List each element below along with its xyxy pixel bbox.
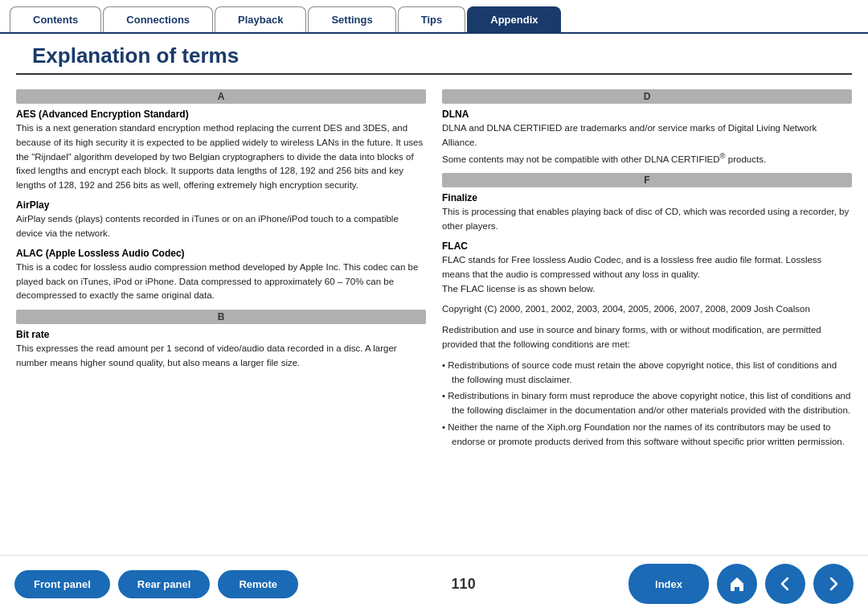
tab-contents[interactable]: Contents <box>10 6 101 32</box>
term-aes: AES (Advanced Encryption Standard) This … <box>16 109 426 193</box>
term-alac: ALAC (Apple Lossless Audio Codec) This i… <box>16 248 426 303</box>
flac-bullet-1: Redistributions of source code must reta… <box>442 359 852 388</box>
bottom-navigation: Front panel Rear panel Remote 110 Index <box>0 555 868 612</box>
forward-icon <box>825 576 841 592</box>
term-airplay: AirPlay AirPlay sends (plays) contents r… <box>16 199 426 241</box>
term-finalize-body: This is processing that enables playing … <box>442 205 852 234</box>
bottom-left-buttons: Front panel Rear panel Remote <box>14 570 298 598</box>
front-panel-button[interactable]: Front panel <box>14 570 110 598</box>
page-number: 110 <box>452 576 476 593</box>
section-header-a: A <box>16 89 426 104</box>
section-header-f: F <box>442 173 852 187</box>
term-dlna-title: DLNA <box>442 109 852 120</box>
tab-connections[interactable]: Connections <box>103 6 213 32</box>
term-flac-title: FLAC <box>442 240 852 252</box>
tab-playback[interactable]: Playback <box>215 6 306 32</box>
flac-bullet-2: Redistributions in binary form must repr… <box>442 389 852 418</box>
rear-panel-button[interactable]: Rear panel <box>118 570 210 598</box>
bottom-right-buttons: Index <box>628 564 854 604</box>
term-finalize-title: Finalize <box>442 192 852 203</box>
remote-button[interactable]: Remote <box>218 570 298 598</box>
index-button[interactable]: Index <box>628 564 709 604</box>
flac-bullets: Redistributions of source code must reta… <box>442 359 852 450</box>
term-flac: FLAC FLAC stands for Free lossless Audio… <box>442 240 852 296</box>
home-button[interactable] <box>717 564 757 604</box>
section-header-b: B <box>16 310 426 324</box>
page-title: Explanation of terms <box>16 34 852 75</box>
back-icon <box>777 576 793 592</box>
term-alac-title: ALAC (Apple Lossless Audio Codec) <box>16 248 426 259</box>
term-aes-body: This is a next generation standard encry… <box>16 121 426 193</box>
flac-copyright: Copyright (C) 2000, 2001, 2002, 2003, 20… <box>442 302 852 317</box>
tab-settings[interactable]: Settings <box>308 6 395 32</box>
right-column: D DLNA DLNA and DLNA CERTIFIED are trade… <box>442 83 852 547</box>
term-dlna: DLNA DLNA and DLNA CERTIFIED are tradema… <box>442 109 852 166</box>
term-flac-body: FLAC stands for Free lossless Audio Code… <box>442 253 852 296</box>
main-columns: A AES (Advanced Encryption Standard) Thi… <box>0 75 868 555</box>
term-finalize: Finalize This is processing that enables… <box>442 192 852 234</box>
forward-button[interactable] <box>813 564 854 604</box>
tab-appendix[interactable]: Appendix <box>467 6 561 32</box>
flac-redistribution: Redistribution and use in source and bin… <box>442 323 852 352</box>
home-icon <box>728 575 746 593</box>
term-alac-body: This is a codec for lossless audio compr… <box>16 261 426 303</box>
term-dlna-body: DLNA and DLNA CERTIFIED are trademarks a… <box>442 121 852 166</box>
tab-tips[interactable]: Tips <box>398 6 466 32</box>
term-airplay-title: AirPlay <box>16 199 426 211</box>
term-bitrate-title: Bit rate <box>16 329 426 340</box>
term-aes-title: AES (Advanced Encryption Standard) <box>16 109 426 120</box>
back-button[interactable] <box>765 564 805 604</box>
term-bitrate: Bit rate This expresses the read amount … <box>16 329 426 371</box>
left-column: A AES (Advanced Encryption Standard) Thi… <box>16 83 426 547</box>
section-header-d: D <box>442 89 852 104</box>
term-airplay-body: AirPlay sends (plays) contents recorded … <box>16 212 426 241</box>
flac-bullet-3: Neither the name of the Xiph.org Foundat… <box>442 421 852 450</box>
top-navigation: Contents Connections Playback Settings T… <box>0 0 868 32</box>
content-area: Explanation of terms A AES (Advanced Enc… <box>0 32 868 555</box>
term-bitrate-body: This expresses the read amount per 1 sec… <box>16 342 426 371</box>
